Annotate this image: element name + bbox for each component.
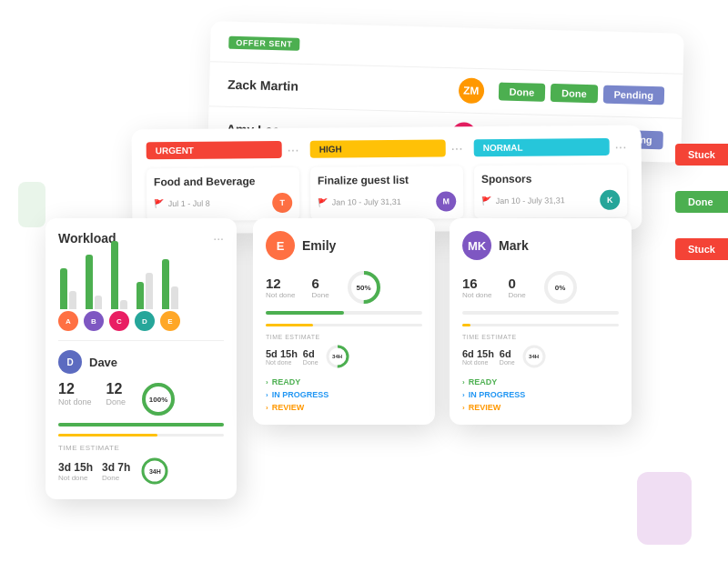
emily-expand-progress[interactable]: › IN PROGRESS: [266, 390, 422, 399]
bar-group-1: A: [58, 268, 78, 331]
mark-chevron-review: ›: [462, 404, 465, 412]
emily-not-done: 12 Not done: [266, 276, 295, 299]
mark-stats: 16 Not done 0 Done 0%: [462, 269, 619, 306]
green-blob: [18, 182, 46, 227]
chevron-ready: ›: [266, 378, 268, 386]
bar-group-5: E: [160, 259, 180, 331]
dave-progress-fill: [58, 423, 224, 426]
mark-done: 0 Done: [508, 276, 525, 299]
bar-green-1: [60, 268, 67, 309]
workload-card: Workload ··· A B: [46, 218, 237, 499]
task-title-food: Food and Beverage: [154, 175, 292, 188]
bar-group-2: B: [84, 255, 104, 331]
emily-time-circle: 34H: [324, 343, 351, 370]
task-avatar-food: T: [272, 193, 292, 213]
dave-name: Dave: [89, 356, 117, 369]
mark-circle-label: 0%: [555, 284, 566, 292]
mark-name: Mark: [499, 238, 529, 253]
badge-urgent: URGENT: [147, 141, 282, 159]
dave-time-row: 3d 15h Not done 3d 7h Done 34H: [58, 456, 224, 487]
mark-te-label: TIME ESTIMATE: [462, 334, 619, 340]
bar-avatar-4: D: [135, 311, 155, 331]
mark-time-circle: 34H: [521, 343, 548, 370]
flag-icon-2: 🚩: [318, 198, 328, 207]
emily-done: 6 Done: [311, 276, 329, 299]
mark-chevron-progress: ›: [462, 391, 465, 399]
mark-header: MK Mark: [462, 231, 619, 260]
dave-circle-label: 100%: [149, 396, 167, 404]
bar-group-4: D: [135, 273, 155, 331]
dave-circle: 100%: [140, 381, 177, 417]
dave-done-time: 3d 7h Done: [102, 461, 130, 482]
task-title-guest: Finalize guest list: [318, 173, 456, 186]
chevron-review: ›: [266, 404, 268, 412]
zack-pills: Done Done Pending: [498, 83, 664, 105]
mark-expand: › READY › IN PROGRESS › REVIEW: [462, 377, 619, 412]
task-avatar-guest: M: [436, 191, 456, 211]
dave-time-label-inner: 34H: [149, 468, 161, 475]
bar-gray-2: [95, 296, 102, 309]
mark-expand-ready[interactable]: › READY: [462, 377, 619, 386]
dave-not-done-num: 12: [58, 381, 92, 397]
dots-normal: ···: [614, 138, 627, 155]
workload-dots: ···: [213, 231, 224, 246]
emily-avatar: E: [266, 231, 295, 260]
emily-circle-label: 50%: [357, 284, 371, 292]
bar-inner-5: [162, 259, 178, 309]
purple-blob: [637, 472, 692, 545]
emily-time-est: TIME ESTIMATE 5d 15h Not done 6d Done 34…: [266, 334, 422, 370]
offer-row-name-zack: Zack Martin: [228, 77, 459, 98]
mark-expand-review[interactable]: › REVIEW: [462, 403, 619, 412]
bar-gray-5: [171, 286, 178, 309]
bar-avatar-5: E: [160, 311, 180, 331]
dave-section: D Dave 12 Not done 12 Done: [58, 340, 224, 487]
emily-yellow-wrap: [266, 324, 422, 326]
emily-expand-review[interactable]: › REVIEW: [266, 403, 422, 412]
task-meta-guest: 🚩 Jan 10 - July 31,31 M: [318, 191, 456, 212]
dave-progress-bar: [58, 423, 224, 426]
emily-stats: 12 Not done 6 Done 50%: [266, 269, 422, 306]
bar-avatar-2: B: [84, 311, 104, 331]
mark-progress: [462, 311, 619, 315]
task-avatar-sponsors: K: [600, 190, 620, 210]
task-sponsors: Sponsors 🚩 Jan 10 - July 31,31 K: [474, 165, 627, 218]
pill-pending-1: Pending: [602, 85, 664, 105]
task-title-sponsors: Sponsors: [481, 172, 620, 186]
chevron-progress: ›: [266, 391, 268, 399]
mark-circle: 0%: [542, 269, 579, 306]
emily-expand-ready[interactable]: › READY: [266, 377, 422, 386]
emily-card: E Emily 12 Not done 6 Done 50%: [253, 218, 435, 425]
workload-title: Workload: [58, 231, 116, 246]
bar-gray-4: [146, 273, 153, 309]
mark-yellow-bar: [462, 324, 470, 326]
mark-avatar: MK: [462, 231, 491, 260]
task-date-food: 🚩 Jul 1 - Jul 8: [154, 199, 210, 209]
badge-normal: NORMAL: [474, 138, 610, 156]
emily-yellow-bar: [266, 324, 313, 326]
mark-card: MK Mark 16 Not done 0 Done 0%: [450, 218, 632, 425]
scene: OFFER SENT Zack Martin ZM Done Done Pend…: [0, 0, 728, 572]
emily-circle: 50%: [346, 269, 382, 306]
emily-te-label: TIME ESTIMATE: [266, 334, 422, 340]
dave-stats-row: 12 Not done 12 Done 100%: [58, 381, 224, 417]
dave-done-label: Done: [106, 397, 126, 406]
kanban-header-urgent: URGENT ···: [147, 141, 299, 159]
task-food-beverage: Food and Beverage 🚩 Jul 1 - Jul 8 T: [147, 167, 299, 221]
pill-done-2: Done: [551, 84, 598, 103]
dave-done-stat: 12 Done: [106, 381, 126, 417]
bar-gray-1: [69, 291, 76, 309]
bar-avatar-1: A: [58, 311, 78, 331]
badge-high: HIGH: [310, 139, 446, 157]
emily-te-done: 6d Done: [303, 348, 318, 366]
bar-inner-3: [111, 241, 127, 309]
dots-high: ···: [450, 140, 463, 156]
dave-not-done-label: Not done: [58, 397, 92, 406]
kanban-col-urgent: URGENT ··· Food and Beverage 🚩 Jul 1 - J…: [147, 141, 300, 221]
emily-time-label-inner: 34H: [332, 354, 342, 359]
dave-not-done-time: 3d 15h Not done: [58, 461, 93, 482]
mark-expand-progress[interactable]: › IN PROGRESS: [462, 390, 619, 399]
workload-header: Workload ···: [58, 231, 224, 246]
side-pill-stuck-1: Stuck: [675, 144, 728, 166]
bar-green-3: [111, 241, 118, 309]
task-date-sponsors: 🚩 Jan 10 - July 31,31: [481, 196, 565, 206]
